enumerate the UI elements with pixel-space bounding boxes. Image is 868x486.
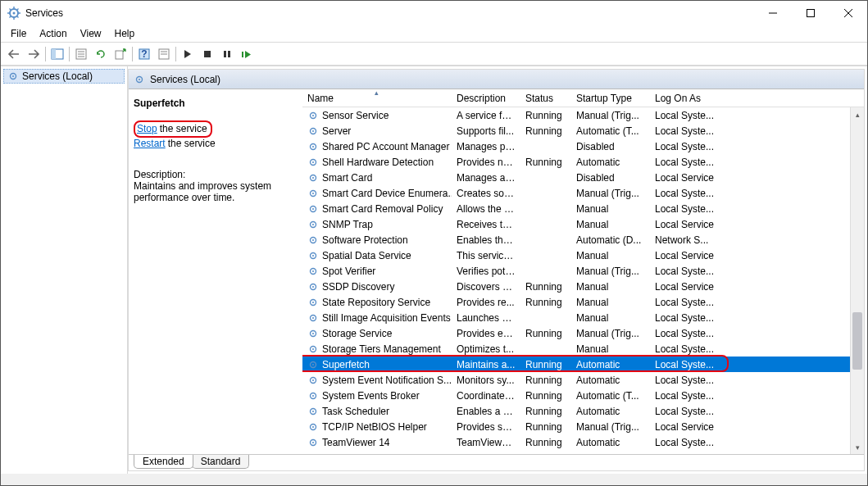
tree-item-services-local[interactable]: Services (Local) [3, 69, 125, 84]
cell-description: Monitors sy... [452, 375, 520, 386]
table-row[interactable]: SNMP TrapReceives tra...ManualLocal Serv… [302, 216, 850, 232]
stop-link[interactable]: Stop [137, 123, 157, 134]
close-button[interactable] [829, 1, 867, 25]
column-status[interactable]: Status [520, 89, 571, 107]
table-row[interactable]: Sensor ServiceA service fo...RunningManu… [302, 107, 850, 123]
cell-status: Running [520, 297, 571, 308]
scroll-thumb[interactable] [852, 312, 862, 370]
cell-description: Coordinates... [452, 390, 520, 402]
vertical-scrollbar[interactable]: ▴ ▾ [850, 107, 864, 454]
cell-description: Provides re... [452, 297, 520, 308]
svg-point-39 [312, 145, 314, 147]
gear-icon [307, 250, 319, 261]
table-row[interactable]: System Events BrokerCoordinates...Runnin… [302, 388, 850, 403]
pause-service-button[interactable] [217, 45, 237, 63]
column-log-on-as[interactable]: Log On As [650, 89, 847, 107]
cell-startup-type: Manual [571, 297, 650, 308]
column-name[interactable]: Name▴ [302, 89, 452, 107]
toolbar: ? [1, 43, 867, 66]
gear-icon [307, 390, 319, 402]
table-row[interactable]: Spot VerifierVerifies pote...Manual (Tri… [302, 263, 850, 279]
tab-extended[interactable]: Extended [134, 455, 193, 469]
help-topics-button[interactable] [154, 45, 174, 63]
annotation-box-2: Stop the service [134, 120, 212, 138]
cell-status: Running [520, 328, 571, 339]
back-button[interactable] [4, 45, 24, 63]
table-row[interactable]: Storage ServiceProvides en...RunningManu… [302, 325, 850, 341]
svg-point-35 [312, 114, 314, 116]
scroll-track[interactable] [851, 121, 864, 440]
table-row[interactable]: Still Image Acquisition EventsLaunches a… [302, 310, 850, 325]
table-row[interactable]: Shared PC Account ManagerManages pr...Di… [302, 139, 850, 154]
svg-point-43 [312, 176, 314, 178]
gear-icon [307, 312, 319, 324]
cell-log-on-as: Local Syste... [650, 328, 847, 339]
svg-line-7 [17, 16, 19, 18]
svg-point-37 [312, 129, 314, 131]
table-row[interactable]: Smart Card Removal PolicyAllows the s...… [302, 201, 850, 216]
menu-help[interactable]: Help [108, 25, 142, 42]
properties-button[interactable] [71, 45, 91, 63]
table-row[interactable]: Software ProtectionEnables the ...Automa… [302, 232, 850, 248]
menu-view[interactable]: View [74, 25, 108, 42]
cell-description: Verifies pote... [452, 266, 520, 277]
stop-service-button[interactable] [198, 45, 217, 63]
cell-log-on-as: Local Syste... [650, 141, 847, 152]
svg-point-75 [312, 425, 314, 427]
list-body[interactable]: ① Sensor ServiceA service fo...RunningMa… [302, 107, 850, 454]
cell-startup-type: Disabled [571, 172, 650, 184]
table-row[interactable]: Smart CardManages ac...DisabledLocal Ser… [302, 170, 850, 185]
export-button[interactable] [111, 45, 130, 63]
gear-icon [307, 266, 319, 277]
help-button[interactable]: ? [134, 45, 154, 63]
cell-startup-type: Automatic [571, 437, 650, 448]
cell-name: SNMP Trap [302, 219, 452, 230]
column-description[interactable]: Description [452, 89, 520, 107]
table-row[interactable]: Smart Card Device Enumera...Creates soft… [302, 185, 850, 201]
table-row[interactable]: SSDP DiscoveryDiscovers n...RunningManua… [302, 279, 850, 294]
table-row[interactable]: SuperfetchMaintains a...RunningAutomatic… [302, 357, 850, 372]
table-row[interactable]: Task SchedulerEnables a us...RunningAuto… [302, 403, 850, 419]
cell-log-on-as: Local Syste... [650, 203, 847, 215]
cell-log-on-as: Local Syste... [650, 188, 847, 199]
scroll-up-button[interactable]: ▴ [851, 107, 864, 121]
table-row[interactable]: Storage Tiers ManagementOptimizes t...Ma… [302, 341, 850, 357]
tab-standard[interactable]: Standard [192, 455, 250, 469]
forward-button[interactable] [24, 45, 43, 63]
cell-startup-type: Manual [571, 203, 650, 215]
cell-name: Storage Tiers Management [302, 343, 452, 355]
cell-status: Running [520, 359, 571, 370]
minimize-button[interactable] [754, 1, 792, 25]
cell-log-on-as: Local Service [650, 250, 847, 261]
menu-file[interactable]: File [4, 25, 33, 42]
menu-action[interactable]: Action [33, 25, 73, 42]
selected-service-name: Superfetch [134, 98, 294, 109]
left-nav: Services (Local) [1, 66, 128, 474]
cell-description: Enables a us... [452, 406, 520, 417]
restart-link[interactable]: Restart [134, 138, 166, 149]
table-row[interactable]: TCP/IP NetBIOS HelperProvides su...Runni… [302, 419, 850, 434]
scroll-down-button[interactable]: ▾ [851, 440, 864, 454]
table-row[interactable]: TeamViewer 14TeamViewer...RunningAutomat… [302, 434, 850, 450]
table-row[interactable]: ServerSupports fil...RunningAutomatic (T… [302, 123, 850, 139]
table-row[interactable]: State Repository ServiceProvides re...Ru… [302, 294, 850, 310]
detail-panel: Superfetch ② Stop the service Restart th… [129, 89, 302, 454]
cell-status: Running [520, 110, 571, 121]
restart-service-button[interactable] [237, 45, 257, 63]
cell-description: Provides no... [452, 157, 520, 168]
refresh-button[interactable] [91, 45, 111, 63]
cell-startup-type: Automatic [571, 406, 650, 417]
cell-status: Running [520, 421, 571, 433]
cell-log-on-as: Network S... [650, 234, 847, 246]
cell-log-on-as: Local Service [650, 421, 847, 433]
column-startup-type[interactable]: Startup Type [571, 89, 650, 107]
svg-rect-11 [807, 10, 815, 17]
show-hide-tree-button[interactable] [48, 45, 67, 63]
table-row[interactable]: Shell Hardware DetectionProvides no...Ru… [302, 154, 850, 170]
table-row[interactable]: System Event Notification S...Monitors s… [302, 372, 850, 388]
svg-point-33 [139, 78, 140, 79]
maximize-button[interactable] [792, 1, 829, 25]
start-service-button[interactable] [178, 45, 198, 63]
table-row[interactable]: Spatial Data ServiceThis service ...Manu… [302, 248, 850, 263]
cell-startup-type: Automatic (T... [571, 390, 650, 402]
